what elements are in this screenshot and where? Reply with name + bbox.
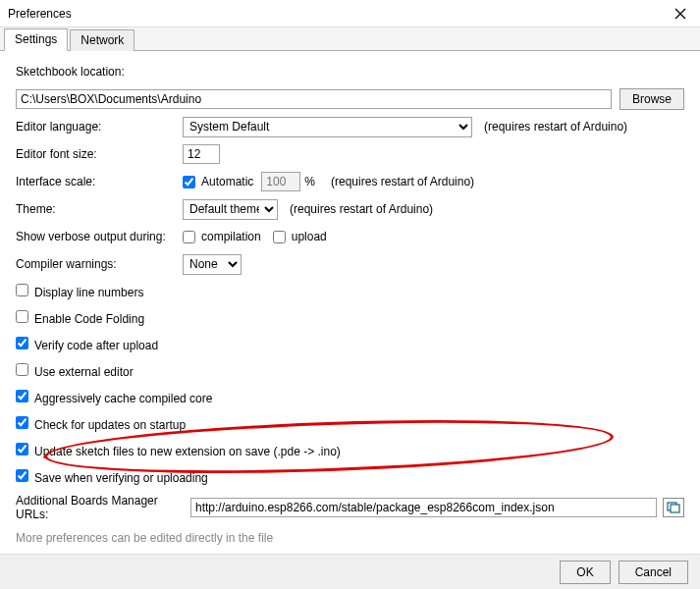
opt-external-editor[interactable]: Use external editor: [16, 363, 134, 379]
boards-url-label: Additional Boards Manager URLs:: [16, 494, 190, 521]
browse-button[interactable]: Browse: [619, 88, 684, 110]
opt-check-updates[interactable]: Check for updates on startup: [16, 416, 186, 432]
more-prefs-text: More preferences can be edited directly …: [16, 531, 273, 545]
close-icon[interactable]: [661, 0, 700, 27]
fontsize-label: Editor font size:: [16, 147, 183, 161]
settings-panel: Sketchbook location: Browse Editor langu…: [0, 51, 700, 589]
titlebar: Preferences: [0, 0, 700, 27]
scale-hint: (requires restart of Arduino): [331, 175, 474, 188]
dialog-footer: OK Cancel: [0, 554, 700, 589]
scale-label: Interface scale:: [16, 175, 183, 188]
ok-button[interactable]: OK: [560, 561, 610, 584]
theme-hint: (requires restart of Arduino): [290, 202, 433, 216]
scale-value-input: [261, 172, 300, 191]
tabstrip: Settings Network: [0, 27, 700, 51]
opt-verify-upload[interactable]: Verify code after upload: [16, 337, 158, 352]
opt-code-folding[interactable]: Enable Code Folding: [16, 310, 144, 326]
scale-auto-check[interactable]: Automatic: [183, 175, 253, 188]
theme-label: Theme:: [16, 202, 183, 216]
window-title: Preferences: [8, 7, 72, 21]
fontsize-input[interactable]: [183, 144, 220, 164]
language-select[interactable]: System Default: [183, 117, 472, 137]
warnings-select[interactable]: None: [183, 254, 242, 275]
verbose-upload-check[interactable]: upload: [273, 230, 327, 243]
tab-network[interactable]: Network: [70, 29, 135, 51]
opt-update-ext[interactable]: Update sketch files to new extension on …: [16, 443, 341, 458]
opt-line-numbers[interactable]: Display line numbers: [16, 284, 143, 299]
verbose-compile-check[interactable]: compilation: [183, 230, 261, 243]
verbose-upload-checkbox[interactable]: [273, 231, 286, 243]
language-hint: (requires restart of Arduino): [484, 120, 627, 134]
verbose-compile-checkbox[interactable]: [183, 231, 195, 243]
boards-url-expand-icon[interactable]: [663, 498, 684, 517]
boards-url-input[interactable]: [190, 498, 657, 517]
opt-aggressive-cache[interactable]: Aggressively cache compiled core: [16, 390, 212, 405]
svg-rect-1: [671, 505, 679, 512]
theme-select[interactable]: Default theme: [183, 199, 278, 220]
cancel-button[interactable]: Cancel: [619, 561, 688, 584]
opt-save-verify[interactable]: Save when verifying or uploading: [16, 469, 208, 485]
sketchbook-label: Sketchbook location:: [16, 65, 125, 79]
tab-settings[interactable]: Settings: [4, 28, 68, 51]
verbose-label: Show verbose output during:: [16, 230, 183, 243]
sketchbook-path-input[interactable]: [16, 89, 612, 109]
warnings-label: Compiler warnings:: [16, 257, 183, 271]
language-label: Editor language:: [16, 120, 183, 134]
scale-auto-checkbox[interactable]: [183, 176, 195, 188]
scale-percent: %: [304, 175, 315, 188]
